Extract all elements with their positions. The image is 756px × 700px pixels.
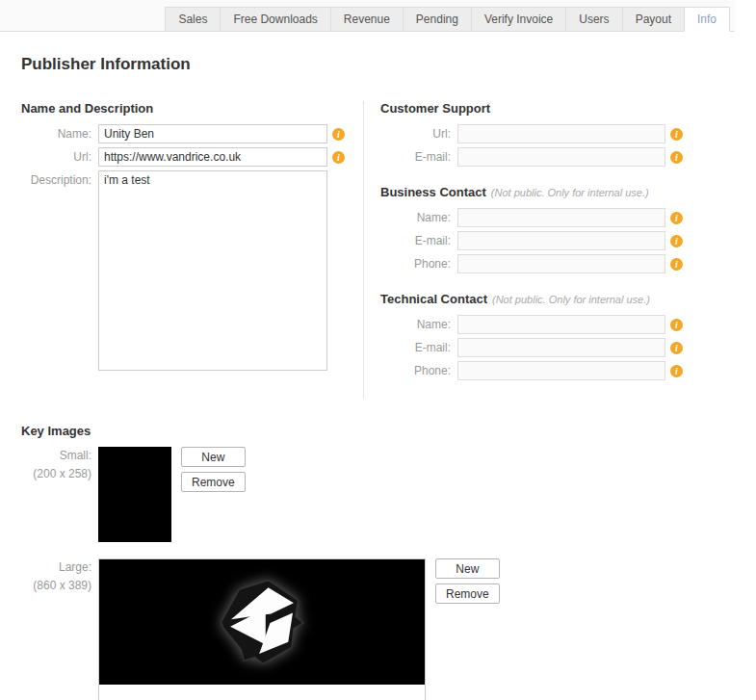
business-phone-row: Phone: i	[380, 254, 691, 273]
customer-support-header: Customer Support	[380, 101, 691, 116]
technical-email-input[interactable]	[457, 338, 665, 357]
info-icon[interactable]: i	[670, 319, 683, 331]
key-images-header: Key Images	[21, 424, 756, 438]
business-contact-note: (Not public. Only for internal use.)	[491, 187, 649, 198]
info-icon[interactable]: i	[670, 258, 683, 271]
page-title: Publisher Information	[21, 55, 756, 74]
business-email-label: E-mail:	[380, 234, 457, 247]
support-email-input[interactable]	[457, 147, 665, 167]
business-email-row: E-mail: i	[380, 231, 691, 250]
info-icon[interactable]: i	[670, 235, 683, 247]
description-textarea[interactable]: i'm a test	[98, 170, 327, 371]
technical-phone-row: Phone: i	[380, 361, 691, 380]
large-image-label: Large: (860 x 389)	[21, 558, 98, 595]
technical-email-label: E-mail:	[380, 341, 457, 354]
small-image-new-button[interactable]: New	[181, 447, 246, 467]
tab-pending[interactable]: Pending	[403, 7, 472, 32]
support-email-row: E-mail: i	[380, 147, 691, 167]
technical-contact-header: Technical Contact(Not public. Only for i…	[380, 292, 691, 306]
large-image-row: Large: (860 x 389)	[21, 558, 756, 700]
tab-info[interactable]: Info	[684, 7, 730, 32]
technical-contact-note: (Not public. Only for internal use.)	[492, 294, 650, 305]
business-phone-label: Phone:	[380, 257, 457, 271]
publisher-name-label: Name:	[21, 127, 98, 141]
info-icon[interactable]: i	[670, 342, 683, 354]
technical-name-input[interactable]	[457, 315, 665, 334]
technical-name-label: Name:	[380, 318, 457, 331]
description-row: Description: i'm a test	[21, 170, 363, 371]
technical-phone-input[interactable]	[457, 361, 665, 380]
support-email-label: E-mail:	[380, 150, 457, 164]
large-key-image-preview	[98, 558, 426, 700]
business-phone-input[interactable]	[457, 254, 665, 273]
large-image-new-button[interactable]: New	[435, 558, 500, 579]
info-icon[interactable]: i	[670, 365, 683, 377]
publisher-name-input[interactable]	[98, 124, 327, 143]
tab-free-downloads[interactable]: Free Downloads	[220, 7, 330, 32]
support-url-label: Url:	[380, 127, 457, 141]
technical-name-row: Name: i	[380, 315, 691, 334]
publisher-url-row: Url: i	[21, 147, 363, 167]
info-icon[interactable]: i	[332, 151, 345, 164]
info-icon[interactable]: i	[670, 212, 683, 224]
description-label: Description:	[21, 170, 98, 187]
support-url-input[interactable]	[457, 124, 665, 143]
key-images-section: Key Images Small: (200 x 258) New Remove…	[21, 424, 756, 700]
business-name-label: Name:	[380, 211, 457, 224]
tab-payout[interactable]: Payout	[622, 7, 685, 32]
business-name-input[interactable]	[457, 208, 665, 227]
publisher-url-label: Url:	[21, 150, 98, 164]
tab-sales[interactable]: Sales	[165, 7, 221, 32]
info-icon[interactable]: i	[670, 128, 683, 141]
business-name-row: Name: i	[380, 208, 691, 227]
name-description-header: Name and Description	[21, 101, 363, 116]
customer-support-section: Customer Support Url: i E-mail: i	[380, 101, 691, 167]
technical-email-row: E-mail: i	[380, 338, 691, 357]
small-image-row: Small: (200 x 258) New Remove	[21, 447, 756, 542]
small-key-image-preview	[98, 447, 171, 542]
info-icon[interactable]: i	[670, 151, 683, 164]
business-email-input[interactable]	[457, 231, 665, 250]
support-url-row: Url: i	[380, 124, 691, 143]
unity-logo-icon	[214, 577, 310, 667]
tab-revenue[interactable]: Revenue	[330, 7, 404, 32]
publisher-name-row: Name: i	[21, 124, 363, 143]
tab-users[interactable]: Users	[565, 7, 622, 32]
info-icon[interactable]: i	[332, 128, 345, 141]
large-image-remove-button[interactable]: Remove	[435, 583, 500, 604]
form-columns: Name and Description Name: i Url: i Desc…	[21, 101, 756, 399]
technical-contact-section: Technical Contact(Not public. Only for i…	[380, 292, 691, 380]
name-description-section: Name and Description Name: i Url: i Desc…	[21, 101, 364, 399]
small-image-remove-button[interactable]: Remove	[181, 472, 246, 492]
technical-phone-label: Phone:	[380, 364, 457, 377]
contacts-column: Customer Support Url: i E-mail: i Busine…	[364, 101, 691, 399]
business-contact-header: Business Contact(Not public. Only for in…	[380, 185, 691, 199]
top-tab-bar: Sales Free Downloads Revenue Pending Ver…	[0, 0, 756, 32]
small-image-label: Small: (200 x 258)	[21, 447, 98, 483]
tab-verify-invoice[interactable]: Verify Invoice	[471, 7, 566, 32]
publisher-url-input[interactable]	[98, 147, 327, 167]
business-contact-section: Business Contact(Not public. Only for in…	[380, 185, 691, 273]
